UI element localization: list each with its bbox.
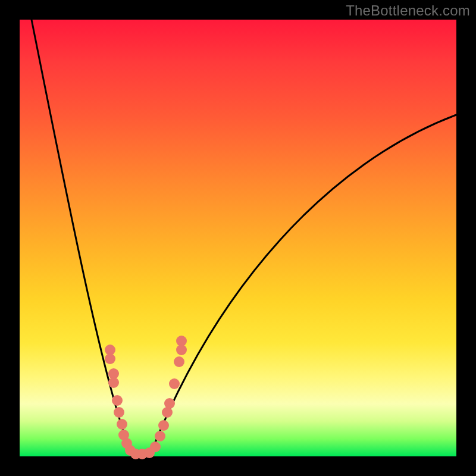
marker-dot bbox=[169, 378, 180, 389]
marker-dot bbox=[117, 419, 127, 430]
marker-dot bbox=[105, 353, 115, 364]
marker-dot bbox=[176, 336, 187, 346]
marker-dot bbox=[155, 431, 165, 441]
marker-dot bbox=[114, 407, 124, 418]
marker-dot bbox=[164, 398, 175, 409]
marker-dot bbox=[174, 356, 184, 367]
bottleneck-curve bbox=[20, 20, 456, 456]
curve-path bbox=[32, 20, 456, 454]
marker-dot bbox=[112, 395, 123, 406]
marker-dot bbox=[150, 441, 161, 452]
marker-dot bbox=[108, 377, 119, 388]
watermark-text: TheBottleneck.com bbox=[346, 2, 470, 19]
plot-area bbox=[20, 20, 456, 456]
marker-dot bbox=[158, 420, 169, 431]
chart-frame: TheBottleneck.com bbox=[0, 0, 476, 476]
